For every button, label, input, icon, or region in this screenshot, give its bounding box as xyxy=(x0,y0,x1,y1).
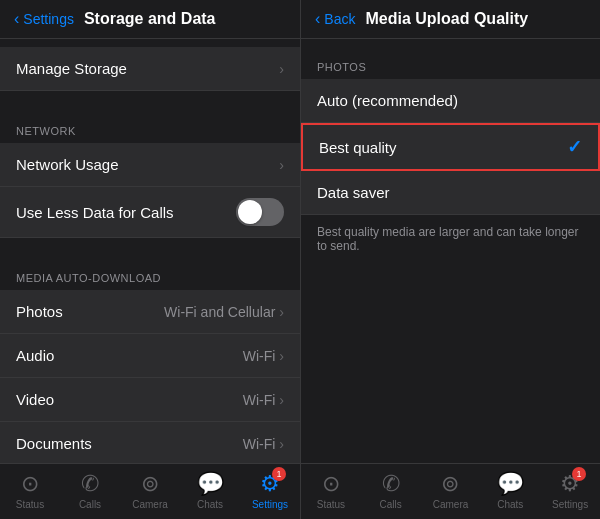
tab-calls-right[interactable]: ✆ Calls xyxy=(361,471,421,510)
toggle-knob xyxy=(238,200,262,224)
settings-badge-left: 1 xyxy=(272,467,286,481)
best-quality-label: Best quality xyxy=(319,139,397,156)
audio-value: Wi-Fi › xyxy=(243,348,284,364)
network-usage-label: Network Usage xyxy=(16,156,119,173)
video-label: Video xyxy=(16,391,54,408)
tab-status-right[interactable]: ⊙ Status xyxy=(301,471,361,510)
left-header: ‹ Settings Storage and Data xyxy=(0,0,300,39)
tab-chats-label-left: Chats xyxy=(197,499,223,510)
back-button-left[interactable]: ‹ Settings xyxy=(14,10,74,28)
documents-value: Wi-Fi › xyxy=(243,436,284,452)
auto-recommended-item[interactable]: Auto (recommended) xyxy=(301,79,600,123)
quality-description: Best quality media are larger and can ta… xyxy=(301,215,600,263)
chevron-left-icon: ‹ xyxy=(14,10,19,28)
settings-icon-left: ⚙ 1 xyxy=(260,471,280,497)
left-content: Manage Storage › NETWORK Network Usage ›… xyxy=(0,39,300,463)
photos-item[interactable]: Photos Wi-Fi and Cellular › xyxy=(0,290,300,334)
use-less-data-item[interactable]: Use Less Data for Calls xyxy=(0,187,300,238)
documents-item[interactable]: Documents Wi-Fi › xyxy=(0,422,300,463)
settings-icon-right: ⚙ 1 xyxy=(560,471,580,497)
tab-camera-label-right: Camera xyxy=(433,499,469,510)
tab-camera-right[interactable]: ⊚ Camera xyxy=(421,471,481,510)
photos-value: Wi-Fi and Cellular › xyxy=(164,304,284,320)
tab-settings-label-left: Settings xyxy=(252,499,288,510)
tab-calls-label-right: Calls xyxy=(380,499,402,510)
documents-label: Documents xyxy=(16,435,92,452)
tab-bar-left: ⊙ Status ✆ Calls ⊚ Camera 💬 Chats ⚙ 1 Se… xyxy=(0,463,300,519)
tab-settings-left[interactable]: ⚙ 1 Settings xyxy=(240,471,300,510)
video-value: Wi-Fi › xyxy=(243,392,284,408)
audio-label: Audio xyxy=(16,347,54,364)
audio-item[interactable]: Audio Wi-Fi › xyxy=(0,334,300,378)
calls-icon-right: ✆ xyxy=(382,471,400,497)
use-less-data-toggle[interactable] xyxy=(236,198,284,226)
best-quality-item[interactable]: Best quality ✓ xyxy=(301,123,600,171)
chevron-left-icon-right: ‹ xyxy=(315,10,320,28)
settings-badge-right: 1 xyxy=(572,467,586,481)
use-less-data-label: Use Less Data for Calls xyxy=(16,204,174,221)
data-saver-label: Data saver xyxy=(317,184,390,201)
photos-section-header: PHOTOS xyxy=(301,47,600,79)
tab-settings-right[interactable]: ⚙ 1 Settings xyxy=(540,471,600,510)
chats-icon-right: 💬 xyxy=(497,471,524,497)
right-header: ‹ Back Media Upload Quality xyxy=(301,0,600,39)
best-quality-checkmark: ✓ xyxy=(567,136,582,158)
status-icon-left: ⊙ xyxy=(21,471,39,497)
tab-chats-label-right: Chats xyxy=(497,499,523,510)
tab-camera-left[interactable]: ⊚ Camera xyxy=(120,471,180,510)
back-label-left: Settings xyxy=(23,11,74,27)
media-auto-download-header: MEDIA AUTO-DOWNLOAD xyxy=(0,258,300,290)
tab-chats-right[interactable]: 💬 Chats xyxy=(480,471,540,510)
status-icon-right: ⊙ xyxy=(322,471,340,497)
network-usage-item[interactable]: Network Usage › xyxy=(0,143,300,187)
camera-icon-left: ⊚ xyxy=(141,471,159,497)
tab-calls-label-left: Calls xyxy=(79,499,101,510)
right-panel: ‹ Back Media Upload Quality PHOTOS Auto … xyxy=(300,0,600,519)
camera-icon-right: ⊚ xyxy=(441,471,459,497)
tab-chats-left[interactable]: 💬 Chats xyxy=(180,471,240,510)
tab-status-label-left: Status xyxy=(16,499,44,510)
manage-storage-item[interactable]: Manage Storage › xyxy=(0,47,300,91)
tab-settings-label-right: Settings xyxy=(552,499,588,510)
left-panel-title: Storage and Data xyxy=(84,10,216,28)
tab-status-label-right: Status xyxy=(317,499,345,510)
tab-camera-label-left: Camera xyxy=(132,499,168,510)
right-panel-title: Media Upload Quality xyxy=(365,10,528,28)
data-saver-item[interactable]: Data saver xyxy=(301,171,600,215)
right-content: PHOTOS Auto (recommended) Best quality ✓… xyxy=(301,39,600,463)
video-item[interactable]: Video Wi-Fi › xyxy=(0,378,300,422)
network-section-header: NETWORK xyxy=(0,111,300,143)
tab-calls-left[interactable]: ✆ Calls xyxy=(60,471,120,510)
chats-icon-left: 💬 xyxy=(197,471,224,497)
back-label-right: Back xyxy=(324,11,355,27)
photos-label: Photos xyxy=(16,303,63,320)
calls-icon-left: ✆ xyxy=(81,471,99,497)
manage-storage-label: Manage Storage xyxy=(16,60,127,77)
back-button-right[interactable]: ‹ Back xyxy=(315,10,355,28)
manage-storage-chevron: › xyxy=(279,61,284,77)
network-usage-chevron: › xyxy=(279,157,284,173)
auto-recommended-label: Auto (recommended) xyxy=(317,92,458,109)
tab-bar-right: ⊙ Status ✆ Calls ⊚ Camera 💬 Chats ⚙ 1 Se… xyxy=(301,463,600,519)
tab-status-left[interactable]: ⊙ Status xyxy=(0,471,60,510)
left-panel: ‹ Settings Storage and Data Manage Stora… xyxy=(0,0,300,519)
